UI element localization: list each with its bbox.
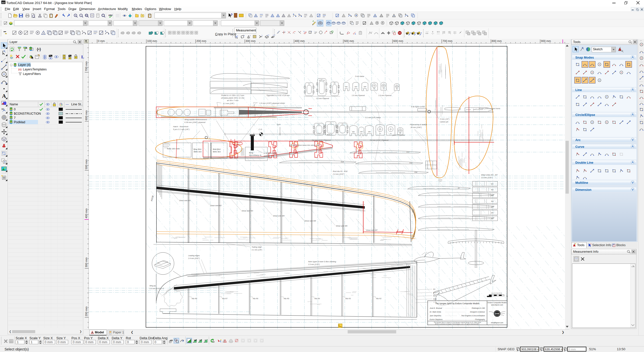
svg-text:1.6 mm Plywood: 1.6 mm Plywood xyxy=(378,95,392,97)
svg-text:1.6 mm (1/16") Plywood: 1.6 mm (1/16") Plywood xyxy=(370,139,389,141)
svg-text:Rib R4: Rib R4 xyxy=(314,298,320,299)
svg-text:F2: F2 xyxy=(321,79,323,80)
svg-text:Carbon pin: Carbon pin xyxy=(440,121,448,123)
svg-text:Shear web W2: Shear web W2 xyxy=(210,205,222,206)
svg-text:1.6 mm (1/16") plywood center: 1.6 mm (1/16") plywood center xyxy=(259,102,285,104)
svg-text:F5: F5 xyxy=(342,123,343,125)
svg-text:F1: F1 xyxy=(318,124,320,125)
svg-text:F1: F1 xyxy=(308,83,310,85)
svg-text:300 mm: 300 mm xyxy=(246,39,256,42)
svg-text:300 mm: 300 mm xyxy=(85,257,88,268)
svg-text:C.G.: C.G. xyxy=(259,128,262,130)
svg-text:Rib R8: Rib R8 xyxy=(192,298,197,299)
svg-text:Trailing edge: Trailing edge xyxy=(252,246,262,248)
svg-text:600 mm: 600 mm xyxy=(393,39,403,42)
svg-text:AG08: AG08 xyxy=(150,195,154,202)
svg-text:435 mm Carbon boom trim skinn: 435 mm Carbon boom trim skinny end xyxy=(289,144,319,146)
svg-text:0 5 10 15 20 25 50: 0 5 10 15 20 25 50 xyxy=(491,292,502,294)
svg-text:The Apogee Sport by Enduro Com: The Apogee Sport by Enduro Composite Mod… xyxy=(435,302,479,305)
svg-text:SB2: SB2 xyxy=(345,86,347,87)
svg-text:3.1 mm (1/8"): 3.1 mm (1/8") xyxy=(223,102,234,105)
svg-text:3.1 mm (1/8") balsa: 3.1 mm (1/8") balsa xyxy=(365,117,381,119)
svg-text:SB4: SB4 xyxy=(354,86,357,87)
svg-text:3.1 mm (1/8"): 3.1 mm (1/8") xyxy=(252,249,262,251)
svg-text:F4: F4 xyxy=(373,88,375,90)
svg-text:500 mm: 500 mm xyxy=(85,159,88,169)
svg-text:F6: F6 xyxy=(399,133,401,134)
svg-text:3D: 3D xyxy=(1,108,4,110)
svg-text:(1/16") Plywood: (1/16") Plywood xyxy=(392,134,405,136)
svg-text:1.5 mm (1/16"): 1.5 mm (1/16") xyxy=(308,263,320,266)
svg-text:Shear webs W1 - W7: Shear webs W1 - W7 xyxy=(481,174,498,176)
svg-text:R1E: R1E xyxy=(414,171,418,173)
svg-text:2.4 mm (3/32"): 2.4 mm (3/32") xyxy=(188,257,200,259)
svg-text:Shear web W7: Shear web W7 xyxy=(366,229,378,231)
svg-text:500 mm: 500 mm xyxy=(344,39,354,42)
svg-text:Leading edges: Leading edges xyxy=(188,255,200,257)
svg-text:ECM: ECM xyxy=(495,313,499,315)
svg-text:1.6 mm Plywood: 1.6 mm Plywood xyxy=(316,98,329,100)
svg-text:M.A.C.: M.A.C. xyxy=(327,134,333,136)
svg-text:A: A xyxy=(2,93,6,99)
svg-text:F: F xyxy=(205,339,206,341)
svg-text:.39 mm (1/64"): .39 mm (1/64") xyxy=(410,126,422,128)
svg-text:R1: R1 xyxy=(433,288,435,290)
svg-text:400 mm: 400 mm xyxy=(85,208,88,218)
svg-text:Dr. Mark Drela: Dr. Mark Drela xyxy=(430,311,441,313)
svg-text:Note Upper & lower D-Box sheet: Note Upper & lower D-Box sheeting xyxy=(308,261,336,263)
svg-text:Y: Y xyxy=(540,349,542,351)
svg-text:F6: F6 xyxy=(396,88,398,90)
svg-text:700 mm: 700 mm xyxy=(85,61,88,71)
svg-text:600 mm: 600 mm xyxy=(85,110,88,120)
svg-text:Eurice Stephens: Eurice Stephens xyxy=(430,319,443,321)
svg-text:ult balsa plank 100 x 11 mm: ult balsa plank 100 x 11 mm xyxy=(221,97,245,99)
svg-text:0.39 mm (1/64") plywood: 0.39 mm (1/64") plywood xyxy=(184,121,206,123)
svg-text:Rib R7: Rib R7 xyxy=(222,298,228,299)
svg-text:Shear web W3: Shear web W3 xyxy=(242,210,253,212)
svg-text:{•}: {•} xyxy=(18,68,22,71)
svg-text:1.6 mm (1/16"): 1.6 mm (1/16") xyxy=(481,177,493,179)
svg-text:Rib R6: Rib R6 xyxy=(253,298,258,299)
svg-text:info@flyecm.com: info@flyecm.com xyxy=(491,322,503,324)
svg-text:Redesign & CAD: Redesign & CAD xyxy=(472,307,485,309)
svg-text:?: ? xyxy=(261,35,262,36)
svg-text:Tipprofiel b x h 91 x 5,8 mm: Tipprofiel b x h 91 x 5,8 mm xyxy=(266,94,290,97)
svg-text:v=?: v=? xyxy=(267,34,269,36)
svg-text:and nut: and nut xyxy=(264,155,270,157)
svg-text:Test Enginer & Documentation: Test Enginer & Documentation xyxy=(461,315,485,317)
svg-text:Root ribs R1 - R1E: Root ribs R1 - R1E xyxy=(333,170,348,172)
svg-text:R1B: R1B xyxy=(341,161,344,163)
svg-text:www.flyecm.com: www.flyecm.com xyxy=(491,304,503,306)
svg-text:Blue Bird: Blue Bird xyxy=(194,148,201,150)
svg-text:?: ? xyxy=(231,13,232,17)
svg-text:Hatch - NoseHock: Hatch - NoseHock xyxy=(173,125,189,128)
svg-text:?: ? xyxy=(250,35,251,37)
svg-text:Designer & Advisor: Designer & Advisor xyxy=(470,311,485,313)
svg-text:800 mm: 800 mm xyxy=(492,39,502,42)
svg-text:Berg: Berg xyxy=(249,152,253,154)
svg-text:X: X xyxy=(517,349,518,351)
svg-text:?: ? xyxy=(244,35,245,37)
svg-text:900 mm: 900 mm xyxy=(541,39,551,42)
svg-text:y: y xyxy=(237,35,238,36)
svg-text:BMS 303: BMS 303 xyxy=(213,151,221,153)
svg-text:Shear web W6: Shear web W6 xyxy=(336,225,347,227)
svg-text:Shear web W4: Shear web W4 xyxy=(273,215,285,217)
svg-text:Wing tip: Wing tip xyxy=(149,285,156,287)
svg-text:SB5: SB5 xyxy=(368,131,371,133)
svg-text:Rib R3: Rib R3 xyxy=(345,298,351,299)
svg-text:R1D: R1D xyxy=(409,162,413,164)
svg-text:Profiel b x h 159 x 12,2 mm: Profiel b x h 159 x 12,2 mm xyxy=(221,94,244,97)
svg-text:ECM is a division of Dayan Tec: ECM is a division of Dayan Technologies,… xyxy=(435,323,480,325)
svg-text:an 59 x 7 mm: an 59 x 7 mm xyxy=(227,99,238,102)
svg-text:F5: F5 xyxy=(383,88,385,90)
svg-text:1.6 mm (1/16") x 3: 1.6 mm (1/16") x 3 xyxy=(149,288,164,290)
svg-text:Plywood top & bottom: Plywood top & bottom xyxy=(410,124,427,126)
svg-text:Rib R2: Rib R2 xyxy=(376,298,382,299)
svg-text:1.6 mm Plywood: 1.6 mm Plywood xyxy=(352,95,365,97)
svg-text:6-32 Nylon bolt: 6-32 Nylon bolt xyxy=(264,152,276,154)
svg-text:Blue Bird: Blue Bird xyxy=(213,148,220,150)
svg-text:5 pcs 3.1 mm (1/8"): 5 pcs 3.1 mm (1/8") xyxy=(173,128,190,130)
svg-text:200 mm: 200 mm xyxy=(196,39,206,42)
svg-text:1: 1 xyxy=(110,332,111,334)
